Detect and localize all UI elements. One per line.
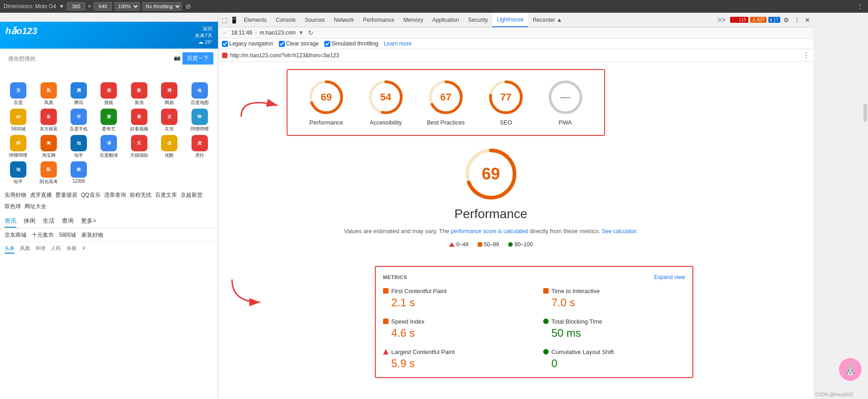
tab-lighthouse[interactable]: Lighthouse [492,13,528,27]
throttle-select[interactable]: No throttling [142,2,182,10]
device-icon-btn[interactable]: 📱 [229,16,239,24]
perf-score-link[interactable]: performance score is calculated [451,228,528,234]
clear-storage-checkbox[interactable] [279,41,285,47]
tab-application[interactable]: Application [428,13,464,27]
tab-console[interactable]: Console [271,13,300,27]
text-link[interactable]: 双色球 [5,203,21,210]
inspect-icon-btn[interactable]: ⬚ [220,16,229,24]
nav-tab-query[interactable]: 查询 [62,217,74,228]
text-link[interactable]: 前程无忧 [130,191,151,199]
tab-performance[interactable]: Performance [358,13,399,27]
list-item[interactable]: 搜搜狐 [95,82,122,106]
news-link[interactable]: 京东商城 [5,231,26,239]
tab-recorder[interactable]: Recorder ▲ [528,13,567,27]
metric-tti: Time to Interactive 7.0 s [543,288,685,309]
list-item[interactable]: 新新浪 [126,82,153,106]
tab-elements[interactable]: Elements [239,13,271,27]
list-item[interactable]: 天天猫国际 [126,135,153,159]
quick-link-1[interactable]: 罗翔神预言 [5,70,30,77]
list-item[interactable]: 百百度 [5,82,32,106]
list-item[interactable]: 铁12306 [65,161,92,185]
list-item[interactable]: 凤凤凰 [35,82,62,106]
performance-legend: 0–49 50–89 90–100 [227,241,754,248]
clear-storage-option[interactable]: Clear storage [279,40,319,47]
url-more-icon[interactable]: ⋮ [802,51,810,60]
big-score-circle: 69 [227,147,754,201]
quick-link-2[interactable]: 张雨霏3D打印长裙 [35,70,76,77]
list-item[interactable]: 爱爱奇艺 [95,109,122,132]
network-icon-btn[interactable]: ⊘ [184,3,192,10]
reload-icon-btn[interactable]: ↻ [307,29,315,36]
domain-expand-icon[interactable]: ▼ [298,30,304,36]
list-item[interactable]: 看好看视频 [126,109,153,132]
vertical-dots-icon-btn[interactable]: ⋮ [792,16,802,24]
nav-tab-news[interactable]: 资讯 [5,217,16,228]
nav-back-icon[interactable]: ← [222,29,228,36]
search-button[interactable]: 百度一下 [182,52,213,65]
more-icon-btn[interactable]: ⋮ [855,3,864,10]
simulated-throttling-option[interactable]: Simulated throttling [324,40,378,47]
list-item[interactable]: 哔哔哩哔哩 [5,135,32,159]
list-item[interactable]: 京京东 [156,109,183,132]
expand-view-btn[interactable]: Expand view [654,274,685,280]
list-item[interactable]: 哔哔哩哔哩 [186,109,213,132]
text-link[interactable]: 实用好物 [5,191,26,199]
list-item[interactable]: 淘淘宝网 [35,135,62,159]
list-item[interactable]: 知知乎 [5,161,32,185]
footer-tab-renmin[interactable]: 人民 [51,245,61,254]
seo-label: SEO [500,119,512,126]
simulated-throttling-checkbox[interactable] [324,41,330,47]
settings-icon-btn[interactable]: ⚙ [782,16,791,24]
width-input[interactable] [67,2,85,10]
tab-network[interactable]: Network [329,13,358,27]
text-link[interactable]: 百度文库 [155,191,177,199]
list-item[interactable]: 虎虎扑 [186,135,213,159]
sina-icon: 新 [131,82,147,99]
list-item[interactable]: 手百度手机 [65,109,92,132]
news-link[interactable]: 十元集市 [32,231,54,239]
list-item[interactable]: 阳阳光高考 [35,161,62,185]
tab-more-btn[interactable]: >> [714,16,728,24]
tab-memory[interactable]: Memory [399,13,428,27]
footer-tab-toutiao[interactable]: 头条 [5,245,15,254]
zoom-select[interactable]: 100% [115,2,140,10]
list-item[interactable]: 优优酷 [156,135,183,159]
news-link[interactable]: 家装好物 [81,231,103,239]
tab-sources[interactable]: Sources [300,13,329,27]
cls-value: 0 [543,357,685,370]
height-input[interactable] [94,2,112,10]
nav-tab-leisure[interactable]: 休闲 [24,217,35,228]
learn-more-link[interactable]: Learn more [384,40,412,47]
text-link[interactable]: 虎牙直播 [30,191,52,199]
footer-tab-cctv[interactable]: 央视 [66,245,76,254]
news-link[interactable]: 58同城 [59,231,76,239]
legacy-navigation-checkbox[interactable] [222,41,228,47]
legacy-navigation-option[interactable]: Legacy navigation [222,40,273,47]
text-link[interactable]: 违章查询 [104,191,126,199]
list-item[interactable]: 5858同城 [5,109,32,132]
close-icon-btn[interactable]: ✕ [803,16,812,24]
accessibility-gauge: 54 [368,79,404,115]
eastmoney-icon: 东 [40,109,57,125]
footer-tab-huanqiu[interactable]: 环球 [35,245,45,254]
text-link[interactable]: QQ音乐 [81,191,101,199]
text-link[interactable]: 京超新货 [181,191,202,199]
tab-security[interactable]: Security [464,13,492,27]
list-item[interactable]: 东东方财富 [35,109,62,132]
text-link[interactable]: 网址大全 [25,203,46,210]
list-item[interactable]: 腾腾讯 [65,82,92,106]
quick-link-3[interactable]: 高叶爱炫红毯 [82,70,112,77]
text-link[interactable]: 婴童寝居 [56,191,77,199]
nav-tab-life[interactable]: 生活 [43,217,55,228]
list-item[interactable]: 译百度翻译 [95,135,122,159]
see-calculator-link[interactable]: See calculator. [602,228,638,234]
scrollbar-thumb[interactable] [863,104,867,122]
footer-tab-fenghuang[interactable]: 凤凰 [20,245,30,254]
nav-tab-more[interactable]: 更多> [81,217,96,228]
list-item[interactable]: 知知乎 [65,135,92,159]
hao123-weather: 深圳 未来7天 ☁ 26° [195,25,212,45]
list-item[interactable]: 网网易 [156,82,183,106]
search-input[interactable] [5,52,172,65]
list-item[interactable]: 地百度地图 [186,82,213,106]
footer-tab-expand[interactable]: ∨ [82,245,86,254]
